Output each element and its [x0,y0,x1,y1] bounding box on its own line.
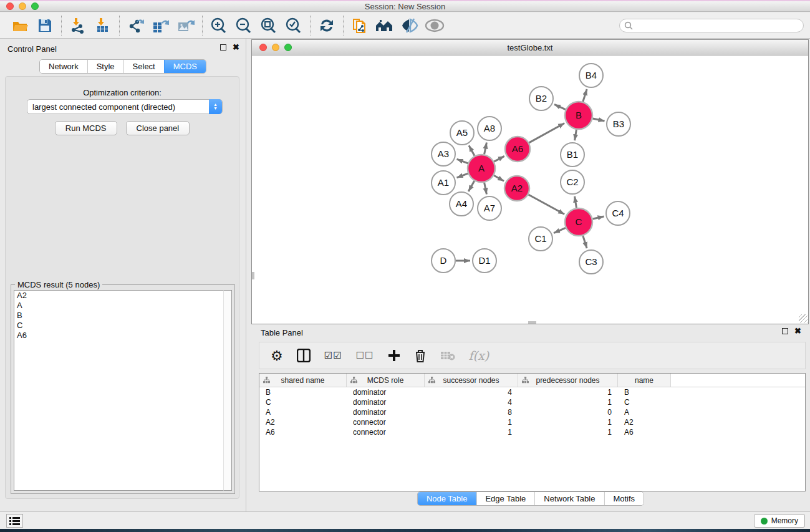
table-cell[interactable]: dominator [347,407,425,417]
import-table-icon[interactable] [90,15,115,36]
table-row[interactable]: A6connector11A6 [259,427,805,437]
graph-edge[interactable] [575,196,577,208]
float-panel-icon[interactable] [220,44,226,51]
function-builder-icon[interactable]: f(x) [469,346,489,365]
graph-edge[interactable] [485,183,487,195]
canvas-vscroll-thumb[interactable] [252,272,254,279]
graph-node-B[interactable]: B [565,102,592,129]
mcds-result-item[interactable]: A2 [14,291,223,301]
graph-node-A1[interactable]: A1 [432,171,455,195]
graph-node-B4[interactable]: B4 [579,64,603,87]
graph-node-A7[interactable]: A7 [478,196,501,220]
network-window-titlebar[interactable]: testGlobe.txt [252,40,808,56]
close-panel-button[interactable]: Close panel [126,121,190,135]
delete-table-icon[interactable] [440,346,455,365]
close-panel-icon[interactable]: ✖ [233,44,239,51]
table-cell[interactable]: 1 [518,397,618,407]
table-cell[interactable]: C [618,397,671,407]
graph-edge[interactable] [529,123,564,143]
table-cell[interactable]: 1 [518,387,618,397]
graph-node-C3[interactable]: C3 [579,250,603,274]
table-cell[interactable]: A2 [618,417,671,427]
zoom-out-icon[interactable] [231,15,256,36]
graph-node-B2[interactable]: B2 [529,87,553,110]
export-table-icon[interactable] [148,15,173,36]
graph-edge[interactable] [468,181,474,191]
graph-edge[interactable] [583,236,587,248]
tab-network-table[interactable]: Network Table [534,492,604,505]
graph-edge[interactable] [457,159,468,163]
table-row[interactable]: Adominator80A [259,407,805,417]
table-cell[interactable]: A [259,407,347,417]
hide-details-icon[interactable] [397,15,422,36]
graph-node-A5[interactable]: A5 [450,121,474,145]
graph-node-B3[interactable]: B3 [607,112,630,136]
deselect-all-icon[interactable]: ☐☐ [356,346,374,365]
table-cell[interactable]: C [259,397,347,407]
graph-node-A[interactable]: A [468,155,495,182]
table-row[interactable]: A2connector11A2 [259,417,805,427]
table-cell[interactable]: A [618,407,671,417]
first-neighbors-icon[interactable] [372,15,397,36]
table-cell[interactable]: 1 [518,427,618,437]
tab-network[interactable]: Network [40,60,87,73]
column-header[interactable]: name [618,374,671,387]
graph-edge[interactable] [485,143,487,155]
graph-edge[interactable] [592,216,604,219]
table-cell[interactable]: 4 [425,387,518,397]
table-cell[interactable]: connector [347,417,425,427]
graph-edge[interactable] [575,130,577,141]
tab-edge-table[interactable]: Edge Table [476,492,534,505]
mcds-result-item[interactable]: A6 [14,331,223,341]
tab-node-table[interactable]: Node Table [418,492,476,505]
table-cell[interactable]: dominator [347,387,425,397]
graph-node-C4[interactable]: C4 [606,201,630,225]
table-cell[interactable]: 0 [518,407,618,417]
delete-column-icon[interactable] [414,346,427,365]
network-canvas[interactable]: B4B2BB3A8A5A6A3B1AA1C2A2A4A7C4CC1DD1C3 [252,56,808,324]
save-session-icon[interactable] [32,15,57,36]
show-details-eye-icon[interactable] [422,15,447,36]
open-session-icon[interactable] [7,15,32,36]
memory-button[interactable]: Memory [754,514,805,528]
table-row[interactable]: Cdominator41C [259,397,805,407]
graph-edge[interactable] [494,175,504,181]
zoom-selected-icon[interactable] [281,15,306,36]
graph-edge[interactable] [457,173,468,178]
zoom-fit-icon[interactable] [256,15,281,36]
table-cell[interactable]: 4 [425,397,518,407]
refresh-layout-icon[interactable] [314,15,339,36]
table-cell[interactable]: 1 [425,417,518,427]
duplicate-network-icon[interactable] [347,15,372,36]
table-cell[interactable]: 1 [518,417,618,427]
task-history-button[interactable] [6,514,23,528]
graph-node-B1[interactable]: B1 [561,143,584,167]
graph-node-A8[interactable]: A8 [478,117,501,140]
graph-node-A2[interactable]: A2 [504,176,529,201]
result-scrollbar[interactable] [223,290,232,491]
table-cell[interactable]: 1 [425,427,518,437]
column-header[interactable]: shared name [259,374,347,387]
graph-node-A6[interactable]: A6 [505,137,530,162]
table-row[interactable]: Bdominator41B [259,387,805,397]
graph-edge[interactable] [494,156,504,162]
table-cell[interactable]: A2 [259,417,347,427]
select-all-icon[interactable]: ☑☑ [324,346,342,365]
show-column-icon[interactable] [297,346,311,365]
mcds-result-item[interactable]: B [14,311,223,321]
mcds-result-item[interactable]: C [14,321,223,331]
mcds-result-item[interactable]: A [14,301,223,311]
add-column-icon[interactable] [388,346,400,365]
tab-select[interactable]: Select [123,60,164,73]
graph-edge[interactable] [554,104,566,109]
column-header[interactable]: MCDS role [347,374,425,387]
export-image-icon[interactable] [173,15,198,36]
graph-edge[interactable] [469,145,475,156]
import-network-icon[interactable] [65,15,90,36]
graph-node-C1[interactable]: C1 [529,227,552,251]
graph-edge[interactable] [554,228,566,233]
column-header[interactable]: successor nodes [425,374,518,387]
tab-style[interactable]: Style [87,60,123,73]
graph-edge[interactable] [528,195,564,214]
float-table-panel-icon[interactable] [782,328,788,334]
